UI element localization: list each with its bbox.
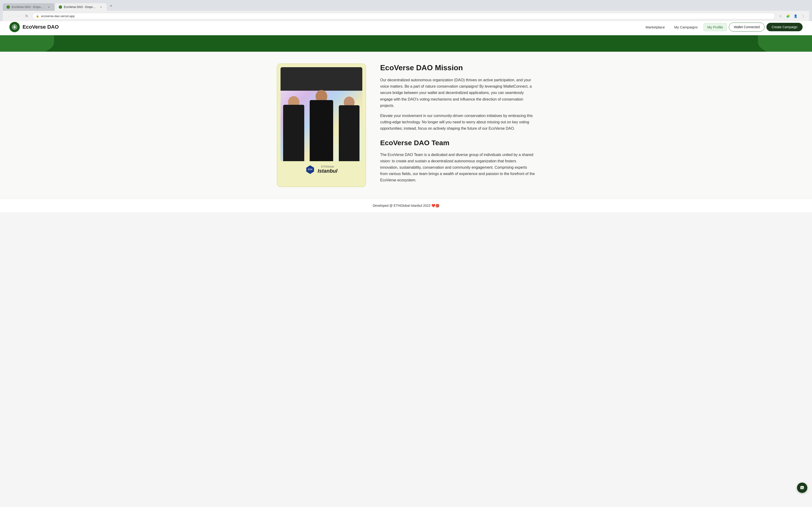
team-paragraph: The EcoVerse DAO Team is a dedicated and… xyxy=(380,152,535,183)
tab1-favicon: 🌿 xyxy=(7,5,10,9)
nav-marketplace[interactable]: Marketplace xyxy=(642,23,669,31)
photo-card: ETH ETHGlobal Istanbul xyxy=(277,63,366,187)
team-photo xyxy=(281,67,362,161)
reload-button[interactable]: ↻ xyxy=(23,13,30,19)
address-bar[interactable]: 🔒 ecoverse-dao.vercel.app xyxy=(33,13,775,19)
create-campaign-button[interactable]: Create Campaign xyxy=(766,23,803,31)
event-text: ETHGlobal Istanbul xyxy=(317,165,337,174)
tab2-favicon: 🌿 xyxy=(59,5,62,9)
mission-title: EcoVerse DAO Mission xyxy=(380,63,535,72)
svg-text:ETH: ETH xyxy=(308,168,312,171)
tab1-close[interactable]: ✕ xyxy=(47,5,51,9)
ethglobal-logo: ETH xyxy=(305,165,315,174)
brand-name: EcoVerse DAO xyxy=(22,24,59,30)
account-icon[interactable]: 👤 xyxy=(792,13,799,19)
forward-button[interactable]: → xyxy=(14,13,21,19)
browser-toolbar: ← → ↻ 🔒 ecoverse-dao.vercel.app ☆ 🧩 👤 ⋮ xyxy=(3,11,809,21)
team-title: EcoVerse DAO Team xyxy=(380,139,535,147)
svg-point-5 xyxy=(801,487,802,488)
back-button[interactable]: ← xyxy=(6,13,12,19)
extensions-icon[interactable]: 🧩 xyxy=(785,13,791,19)
browser-tabs: 🌿 EcoVerse DAO - Empowering... ✕ 🌿 EcoVe… xyxy=(3,2,809,11)
main-content: ETH ETHGlobal Istanbul EcoVerse DAO Miss… xyxy=(0,52,812,199)
person-1 xyxy=(281,98,307,161)
content-grid: ETH ETHGlobal Istanbul EcoVerse DAO Miss… xyxy=(277,63,535,187)
text-content: EcoVerse DAO Mission Our decentralized a… xyxy=(380,63,535,187)
mission-paragraph-1: Our decentralized autonomous organizatio… xyxy=(380,77,535,109)
brand: EcoVerse DAO xyxy=(9,22,59,32)
chat-icon xyxy=(800,485,805,490)
chat-button[interactable] xyxy=(797,483,807,493)
tab2-close[interactable]: ✕ xyxy=(99,5,103,9)
address-url: ecoverse-dao.vercel.app xyxy=(41,14,74,18)
svg-point-6 xyxy=(802,487,802,488)
footer: Developed @ ETHGlobal Istanbul 2023 ❤️🎒 xyxy=(0,199,812,212)
svg-point-1 xyxy=(14,26,15,28)
footer-text: Developed @ ETHGlobal Istanbul 2023 ❤️🎒 xyxy=(372,204,439,208)
nav-my-profile[interactable]: My Profile xyxy=(703,23,727,31)
person-2 xyxy=(307,98,336,161)
eth-global-label: ETHGlobal xyxy=(317,165,337,168)
mission-paragraph-2: Elevate your involvement in our communit… xyxy=(380,113,535,132)
photo-people xyxy=(281,95,362,161)
browser-chrome: 🌿 EcoVerse DAO - Empowering... ✕ 🌿 EcoVe… xyxy=(0,0,812,21)
tab2-title: EcoVerse DAO - Empowering... xyxy=(64,5,97,9)
menu-icon[interactable]: ⋮ xyxy=(800,13,806,19)
svg-point-7 xyxy=(803,487,803,488)
browser-tab-1[interactable]: 🌿 EcoVerse DAO - Empowering... ✕ xyxy=(3,3,55,11)
lock-icon: 🔒 xyxy=(36,14,39,18)
brand-logo xyxy=(9,22,20,32)
hero-banner xyxy=(0,35,812,52)
new-tab-button[interactable]: + xyxy=(108,2,114,10)
istanbul-label: Istanbul xyxy=(317,168,337,174)
tab1-title: EcoVerse DAO - Empowering... xyxy=(12,5,45,9)
photo-footer: ETH ETHGlobal Istanbul xyxy=(281,161,362,178)
bookmark-icon[interactable]: ☆ xyxy=(777,13,784,19)
person-3 xyxy=(336,98,362,161)
nav-my-campaigns[interactable]: My Campaigns xyxy=(671,23,702,31)
navbar-links: Marketplace My Campaigns My Profile Wall… xyxy=(642,22,803,32)
browser-actions: ☆ 🧩 👤 ⋮ xyxy=(777,13,806,19)
navbar: EcoVerse DAO Marketplace My Campaigns My… xyxy=(0,19,812,35)
page-wrapper: EcoVerse DAO Marketplace My Campaigns My… xyxy=(0,19,812,212)
wallet-connected-button[interactable]: Wallet Connected xyxy=(729,22,764,32)
browser-tab-2[interactable]: 🌿 EcoVerse DAO - Empowering... ✕ xyxy=(55,3,107,11)
